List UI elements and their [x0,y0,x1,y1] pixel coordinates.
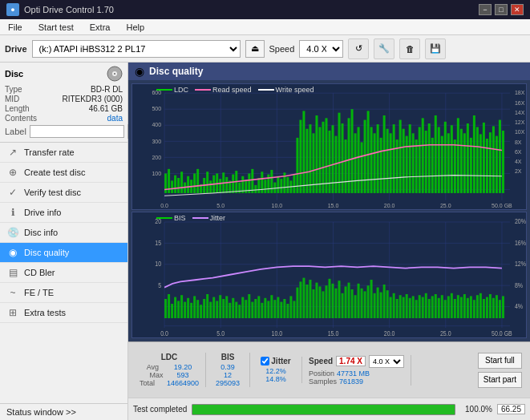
maximize-button[interactable]: □ [495,4,508,15]
sidebar-item-extra-tests[interactable]: ⊞ Extra tests [0,303,127,323]
svg-rect-81 [296,138,298,193]
svg-rect-143 [496,136,498,193]
svg-text:0.0: 0.0 [160,329,168,337]
jitter-avg-val: 12.2% [265,367,286,375]
save-button[interactable]: 💾 [425,38,446,59]
svg-rect-203 [251,302,253,318]
svg-rect-72 [267,175,269,193]
sidebar-item-create-test-disc[interactable]: ⊕ Create test disc [0,163,127,183]
ldc-chart: LDC Read speed Write speed [131,83,527,210]
menu-start-test[interactable]: Start test [34,22,79,33]
svg-rect-223 [315,283,318,318]
svg-rect-130 [454,139,456,193]
svg-rect-42 [171,180,173,193]
svg-rect-184 [190,303,192,318]
sidebar-item-disc-info[interactable]: 💿 Disc info [0,223,127,243]
svg-rect-228 [332,284,334,318]
sidebar-item-cd-bler[interactable]: ▤ CD Bler [0,263,127,283]
bis-stats: BIS 0.39 12 295093 [206,353,250,387]
bis-avg-val: 0.39 [220,363,235,371]
extra-tests-icon: ⊞ [6,307,19,318]
svg-rect-213 [283,299,285,318]
settings-button[interactable]: 🔧 [374,38,394,59]
svg-rect-123 [431,138,434,193]
sidebar-item-label: Disc info [24,228,58,237]
sidebar-item-transfer-rate[interactable]: ↗ Transfer rate [0,143,127,163]
jitter-legend-item: Jitter [192,214,226,222]
svg-rect-90 [325,118,327,193]
sidebar-item-disc-quality[interactable]: ◉ Disc quality [0,243,127,263]
ldc-legend-item: LDC [156,86,188,94]
svg-rect-105 [374,133,376,193]
disc-panel-icon [107,66,123,82]
menu-file[interactable]: File [3,22,27,33]
start-part-button[interactable]: Start part [478,372,522,388]
speed-stats-title: Speed [309,357,333,365]
svg-rect-277 [489,294,492,318]
close-button[interactable]: ✕ [511,4,524,15]
ldc-stats: LDC Avg 19.20 Max 593 Total 14664900 [133,353,206,387]
eject-button[interactable]: ⏏ [245,40,265,58]
bis-legend-item: BIS [156,214,186,222]
label-input[interactable] [30,125,124,138]
minimize-button[interactable]: − [479,4,492,15]
svg-text:2X: 2X [515,168,522,175]
svg-rect-103 [367,111,370,193]
menu-extra[interactable]: Extra [85,22,115,33]
svg-rect-186 [196,300,199,318]
disc-quality-title: Disc quality [149,66,203,77]
svg-rect-118 [415,139,418,193]
svg-text:200: 200 [152,153,161,160]
status-window-label: Status window >> [6,407,76,417]
refresh-button[interactable]: ↺ [348,38,369,59]
svg-rect-98 [351,109,354,193]
ldc-total-row: Total 14664900 [140,379,199,387]
bis-legend-label: BIS [174,214,186,222]
svg-rect-69 [257,178,260,193]
sidebar-item-drive-info[interactable]: ℹ Drive info [0,203,127,223]
svg-text:10X: 10X [515,128,525,135]
sidebar-item-fe-te[interactable]: ~ FE / TE [0,283,127,303]
menu-help[interactable]: Help [121,22,149,33]
bis-total-row: 295093 [216,379,240,387]
svg-rect-80 [293,175,295,193]
svg-rect-207 [264,298,266,318]
disc-quality-icon: ◉ [6,247,19,258]
bottom-bar: Test completed 100.0% 66.25 [128,398,530,420]
svg-rect-243 [380,293,382,318]
svg-rect-214 [286,304,289,318]
status-window-button[interactable]: Status window >> [0,403,127,420]
svg-rect-75 [277,176,279,193]
jitter-avg-row: 12.2% [265,367,286,375]
svg-rect-89 [322,122,324,193]
svg-rect-99 [354,133,357,193]
svg-rect-266 [454,299,456,318]
label-label: Label [5,127,26,136]
svg-rect-236 [358,284,360,318]
read-speed-legend-item: Read speed [195,86,252,94]
svg-rect-227 [328,279,330,318]
jitter-max-val: 14.8% [265,375,286,383]
svg-rect-278 [492,298,495,318]
svg-rect-177 [168,294,170,318]
speed-combo[interactable]: 4.0 X [369,355,404,368]
drive-select[interactable]: (k:) ATAPI iHBS312 2 PL17 [32,40,241,58]
svg-text:5: 5 [158,281,161,289]
sidebar-item-verify-test-disc[interactable]: ✓ Verify test disc [0,183,127,203]
speed-select[interactable]: 4.0 X [299,40,343,58]
avg-label: Avg [147,363,172,371]
svg-rect-84 [305,129,308,193]
svg-rect-205 [257,296,260,318]
svg-rect-44 [177,178,180,193]
start-full-button[interactable]: Start full [478,353,522,369]
action-buttons: Start full Start part [475,353,525,388]
svg-rect-254 [415,300,418,318]
jitter-checkbox[interactable] [261,357,269,365]
svg-rect-102 [364,120,366,193]
svg-rect-247 [393,293,395,318]
svg-rect-140 [486,139,488,193]
erase-button[interactable]: 🗑 [399,38,420,59]
svg-rect-219 [302,278,305,318]
svg-rect-235 [354,295,357,318]
svg-rect-231 [342,293,344,318]
